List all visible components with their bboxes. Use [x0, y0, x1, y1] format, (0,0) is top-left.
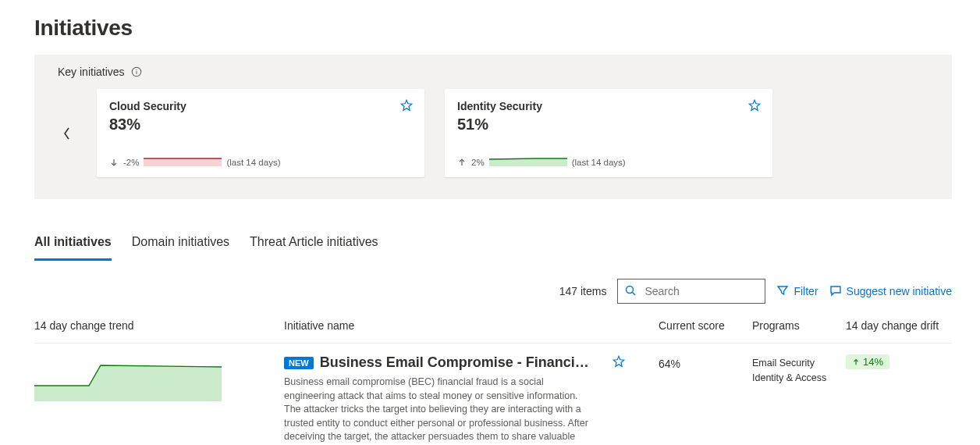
col-name[interactable]: Initiative name	[284, 319, 612, 332]
svg-rect-5	[144, 158, 222, 166]
suggest-label: Suggest new initiative	[847, 285, 952, 297]
search-box[interactable]	[617, 279, 765, 304]
trend-sparkline	[34, 354, 222, 401]
sparkline	[144, 157, 222, 168]
tab-domain-initiatives[interactable]: Domain initiatives	[132, 230, 229, 261]
filter-label: Filter	[794, 285, 818, 297]
trend-cell	[34, 354, 284, 404]
programs-cell: Email Security Identity & Access	[752, 354, 846, 386]
drift-badge: 14%	[846, 354, 889, 369]
carousel-prev-button[interactable]	[58, 89, 76, 177]
sparkline	[489, 157, 567, 168]
program-item: Email Security	[752, 356, 846, 371]
current-score: 64%	[659, 354, 752, 370]
page-title: Initiatives	[34, 16, 952, 41]
card-score: 83%	[109, 116, 412, 134]
card-score: 51%	[457, 116, 760, 134]
tab-strip: All initiatives Domain initiatives Threa…	[34, 230, 952, 262]
initiative-name[interactable]: Business Email Compromise - Financi…	[320, 354, 589, 371]
card-delta: 2%	[471, 158, 485, 167]
svg-marker-14	[613, 356, 624, 366]
suggest-initiative-button[interactable]: Suggest new initiative	[829, 284, 952, 299]
card-title: Identity Security	[457, 100, 760, 112]
initiative-card-identity-security[interactable]: Identity Security 51% 2% (last 14 day	[445, 89, 772, 177]
arrow-down-icon	[109, 158, 119, 167]
item-count: 147 items	[559, 285, 607, 297]
filter-button[interactable]: Filter	[776, 284, 818, 299]
table-row[interactable]: NEW Business Email Compromise - Financi……	[34, 344, 952, 445]
card-range-label: (last 14 days)	[572, 158, 626, 167]
svg-marker-7	[749, 100, 760, 110]
tab-threat-article-initiatives[interactable]: Threat Article initiatives	[250, 230, 378, 261]
svg-point-10	[627, 286, 634, 293]
svg-marker-3	[401, 100, 412, 110]
key-initiatives-heading: Key initiatives	[58, 66, 125, 78]
col-trend[interactable]: 14 day change trend	[34, 319, 284, 332]
initiative-description: Business email compromise (BEC) financia…	[284, 376, 596, 445]
svg-line-11	[633, 292, 636, 295]
svg-rect-9	[489, 158, 567, 166]
key-initiatives-panel: Key initiatives	[34, 55, 952, 199]
drift-value: 14%	[863, 356, 883, 368]
card-title: Cloud Security	[109, 100, 412, 112]
col-score[interactable]: Current score	[659, 319, 752, 332]
program-item: Identity & Access	[752, 371, 846, 386]
favorite-star-icon[interactable]	[612, 358, 626, 371]
svg-marker-12	[778, 287, 787, 294]
svg-point-2	[136, 69, 137, 70]
card-delta: -2%	[123, 158, 139, 167]
arrow-up-icon	[852, 358, 860, 366]
favorite-star-icon[interactable]	[399, 98, 414, 115]
info-icon[interactable]	[131, 66, 142, 77]
new-badge: NEW	[284, 357, 314, 369]
svg-marker-13	[34, 365, 222, 401]
col-drift[interactable]: 14 day change drift	[846, 319, 939, 332]
favorite-star-icon[interactable]	[747, 98, 762, 115]
tab-all-initiatives[interactable]: All initiatives	[34, 230, 112, 261]
chat-icon	[829, 284, 842, 299]
search-icon	[624, 284, 637, 299]
filter-icon	[776, 284, 789, 299]
initiative-card-cloud-security[interactable]: Cloud Security 83% -2% (last 14 days)	[97, 89, 424, 177]
card-range-label: (last 14 days)	[226, 158, 280, 167]
col-programs[interactable]: Programs	[752, 319, 846, 332]
arrow-up-icon	[457, 158, 467, 167]
search-input[interactable]	[643, 284, 758, 298]
